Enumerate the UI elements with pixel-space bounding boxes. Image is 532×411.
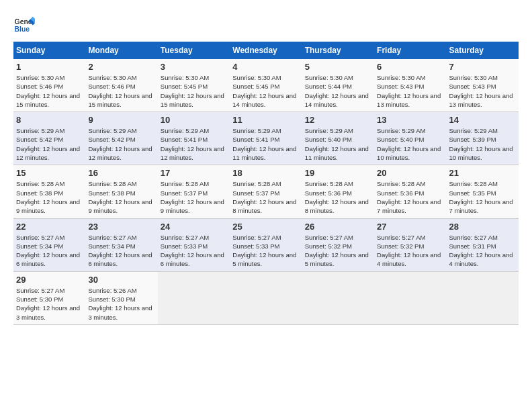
- day-number: 11: [232, 115, 299, 125]
- weekday-header-monday: Monday: [85, 42, 157, 59]
- weekday-header-sunday: Sunday: [13, 42, 85, 59]
- day-info: Sunrise: 5:30 AM Sunset: 5:44 PM Dayligh…: [305, 73, 371, 109]
- day-number: 27: [377, 222, 443, 232]
- calendar-cell: [230, 271, 302, 324]
- calendar-cell: 24 Sunrise: 5:27 AM Sunset: 5:33 PM Dayl…: [158, 218, 230, 271]
- day-number: 30: [88, 275, 154, 285]
- calendar-cell: [374, 271, 446, 324]
- calendar-cell: 16 Sunrise: 5:28 AM Sunset: 5:38 PM Dayl…: [85, 165, 157, 218]
- day-info: Sunrise: 5:30 AM Sunset: 5:46 PM Dayligh…: [16, 73, 83, 109]
- day-number: 12: [305, 115, 371, 125]
- calendar-body: 1 Sunrise: 5:30 AM Sunset: 5:46 PM Dayli…: [13, 59, 519, 324]
- calendar-cell: 19 Sunrise: 5:28 AM Sunset: 5:36 PM Dayl…: [302, 165, 374, 218]
- day-info: Sunrise: 5:30 AM Sunset: 5:45 PM Dayligh…: [232, 73, 299, 109]
- day-number: 9: [88, 115, 154, 125]
- day-info: Sunrise: 5:28 AM Sunset: 5:38 PM Dayligh…: [88, 179, 154, 215]
- day-info: Sunrise: 5:27 AM Sunset: 5:34 PM Dayligh…: [88, 233, 154, 269]
- calendar-cell: 20 Sunrise: 5:28 AM Sunset: 5:36 PM Dayl…: [374, 165, 446, 218]
- weekday-header-thursday: Thursday: [302, 42, 374, 59]
- day-info: Sunrise: 5:29 AM Sunset: 5:41 PM Dayligh…: [161, 126, 227, 162]
- logo: General Blue: [13, 13, 35, 35]
- calendar-cell: 4 Sunrise: 5:30 AM Sunset: 5:45 PM Dayli…: [230, 59, 302, 112]
- day-info: Sunrise: 5:29 AM Sunset: 5:41 PM Dayligh…: [232, 126, 299, 162]
- calendar-cell: 15 Sunrise: 5:28 AM Sunset: 5:38 PM Dayl…: [13, 165, 85, 218]
- day-number: 18: [232, 168, 299, 178]
- day-info: Sunrise: 5:27 AM Sunset: 5:33 PM Dayligh…: [232, 233, 299, 269]
- day-number: 26: [305, 222, 371, 232]
- calendar-cell: 5 Sunrise: 5:30 AM Sunset: 5:44 PM Dayli…: [302, 59, 374, 112]
- day-number: 13: [377, 115, 443, 125]
- day-info: Sunrise: 5:27 AM Sunset: 5:33 PM Dayligh…: [161, 233, 227, 269]
- page-header: General Blue: [13, 13, 519, 35]
- calendar-cell: 1 Sunrise: 5:30 AM Sunset: 5:46 PM Dayli…: [13, 59, 85, 112]
- day-info: Sunrise: 5:28 AM Sunset: 5:35 PM Dayligh…: [449, 179, 516, 215]
- day-number: 24: [161, 222, 227, 232]
- day-info: Sunrise: 5:30 AM Sunset: 5:46 PM Dayligh…: [88, 73, 154, 109]
- calendar-cell: 23 Sunrise: 5:27 AM Sunset: 5:34 PM Dayl…: [85, 218, 157, 271]
- calendar-cell: 25 Sunrise: 5:27 AM Sunset: 5:33 PM Dayl…: [230, 218, 302, 271]
- calendar-header: SundayMondayTuesdayWednesdayThursdayFrid…: [13, 42, 519, 59]
- calendar-cell: 11 Sunrise: 5:29 AM Sunset: 5:41 PM Dayl…: [230, 112, 302, 165]
- calendar-cell: 3 Sunrise: 5:30 AM Sunset: 5:45 PM Dayli…: [158, 59, 230, 112]
- calendar-cell: 12 Sunrise: 5:29 AM Sunset: 5:40 PM Dayl…: [302, 112, 374, 165]
- day-info: Sunrise: 5:27 AM Sunset: 5:34 PM Dayligh…: [16, 233, 83, 269]
- weekday-header-friday: Friday: [374, 42, 446, 59]
- day-info: Sunrise: 5:27 AM Sunset: 5:32 PM Dayligh…: [305, 233, 371, 269]
- day-number: 28: [449, 222, 516, 232]
- day-info: Sunrise: 5:28 AM Sunset: 5:36 PM Dayligh…: [377, 179, 443, 215]
- day-info: Sunrise: 5:27 AM Sunset: 5:30 PM Dayligh…: [16, 286, 83, 322]
- calendar-cell: 27 Sunrise: 5:27 AM Sunset: 5:32 PM Dayl…: [374, 218, 446, 271]
- calendar-week-row-2: 8 Sunrise: 5:29 AM Sunset: 5:42 PM Dayli…: [13, 112, 519, 165]
- day-number: 4: [232, 62, 299, 72]
- calendar-table: SundayMondayTuesdayWednesdayThursdayFrid…: [13, 42, 519, 325]
- day-number: 16: [88, 168, 154, 178]
- calendar-cell: 8 Sunrise: 5:29 AM Sunset: 5:42 PM Dayli…: [13, 112, 85, 165]
- day-number: 10: [161, 115, 227, 125]
- day-info: Sunrise: 5:29 AM Sunset: 5:42 PM Dayligh…: [88, 126, 154, 162]
- day-info: Sunrise: 5:26 AM Sunset: 5:30 PM Dayligh…: [88, 286, 154, 322]
- calendar-cell: 2 Sunrise: 5:30 AM Sunset: 5:46 PM Dayli…: [85, 59, 157, 112]
- calendar-cell: 9 Sunrise: 5:29 AM Sunset: 5:42 PM Dayli…: [85, 112, 157, 165]
- day-number: 15: [16, 168, 83, 178]
- calendar-cell: 13 Sunrise: 5:29 AM Sunset: 5:40 PM Dayl…: [374, 112, 446, 165]
- day-number: 5: [305, 62, 371, 72]
- day-info: Sunrise: 5:29 AM Sunset: 5:39 PM Dayligh…: [449, 126, 516, 162]
- calendar-week-row-1: 1 Sunrise: 5:30 AM Sunset: 5:46 PM Dayli…: [13, 59, 519, 112]
- day-number: 1: [16, 62, 83, 72]
- calendar-cell: [302, 271, 374, 324]
- weekday-header-saturday: Saturday: [447, 42, 519, 59]
- day-number: 14: [449, 115, 516, 125]
- calendar-cell: 21 Sunrise: 5:28 AM Sunset: 5:35 PM Dayl…: [447, 165, 519, 218]
- calendar-cell: [447, 271, 519, 324]
- day-number: 22: [16, 222, 83, 232]
- day-info: Sunrise: 5:27 AM Sunset: 5:32 PM Dayligh…: [377, 233, 443, 269]
- calendar-cell: 30 Sunrise: 5:26 AM Sunset: 5:30 PM Dayl…: [85, 271, 157, 324]
- day-info: Sunrise: 5:30 AM Sunset: 5:43 PM Dayligh…: [449, 73, 516, 109]
- day-info: Sunrise: 5:28 AM Sunset: 5:38 PM Dayligh…: [16, 179, 83, 215]
- day-info: Sunrise: 5:30 AM Sunset: 5:43 PM Dayligh…: [377, 73, 443, 109]
- day-number: 23: [88, 222, 154, 232]
- day-number: 2: [88, 62, 154, 72]
- calendar-cell: 26 Sunrise: 5:27 AM Sunset: 5:32 PM Dayl…: [302, 218, 374, 271]
- weekday-header-row: SundayMondayTuesdayWednesdayThursdayFrid…: [13, 42, 519, 59]
- day-info: Sunrise: 5:28 AM Sunset: 5:37 PM Dayligh…: [232, 179, 299, 215]
- day-info: Sunrise: 5:28 AM Sunset: 5:36 PM Dayligh…: [305, 179, 371, 215]
- svg-text:Blue: Blue: [15, 26, 30, 33]
- day-number: 17: [161, 168, 227, 178]
- day-info: Sunrise: 5:29 AM Sunset: 5:40 PM Dayligh…: [377, 126, 443, 162]
- calendar-week-row-5: 29 Sunrise: 5:27 AM Sunset: 5:30 PM Dayl…: [13, 271, 519, 324]
- day-info: Sunrise: 5:28 AM Sunset: 5:37 PM Dayligh…: [161, 179, 227, 215]
- day-info: Sunrise: 5:29 AM Sunset: 5:40 PM Dayligh…: [305, 126, 371, 162]
- calendar-cell: 18 Sunrise: 5:28 AM Sunset: 5:37 PM Dayl…: [230, 165, 302, 218]
- calendar-cell: 10 Sunrise: 5:29 AM Sunset: 5:41 PM Dayl…: [158, 112, 230, 165]
- calendar-week-row-4: 22 Sunrise: 5:27 AM Sunset: 5:34 PM Dayl…: [13, 218, 519, 271]
- calendar-cell: 28 Sunrise: 5:27 AM Sunset: 5:31 PM Dayl…: [447, 218, 519, 271]
- day-number: 25: [232, 222, 299, 232]
- calendar-week-row-3: 15 Sunrise: 5:28 AM Sunset: 5:38 PM Dayl…: [13, 165, 519, 218]
- day-number: 21: [449, 168, 516, 178]
- calendar-cell: 7 Sunrise: 5:30 AM Sunset: 5:43 PM Dayli…: [447, 59, 519, 112]
- day-info: Sunrise: 5:29 AM Sunset: 5:42 PM Dayligh…: [16, 126, 83, 162]
- day-number: 19: [305, 168, 371, 178]
- day-info: Sunrise: 5:30 AM Sunset: 5:45 PM Dayligh…: [161, 73, 227, 109]
- weekday-header-wednesday: Wednesday: [230, 42, 302, 59]
